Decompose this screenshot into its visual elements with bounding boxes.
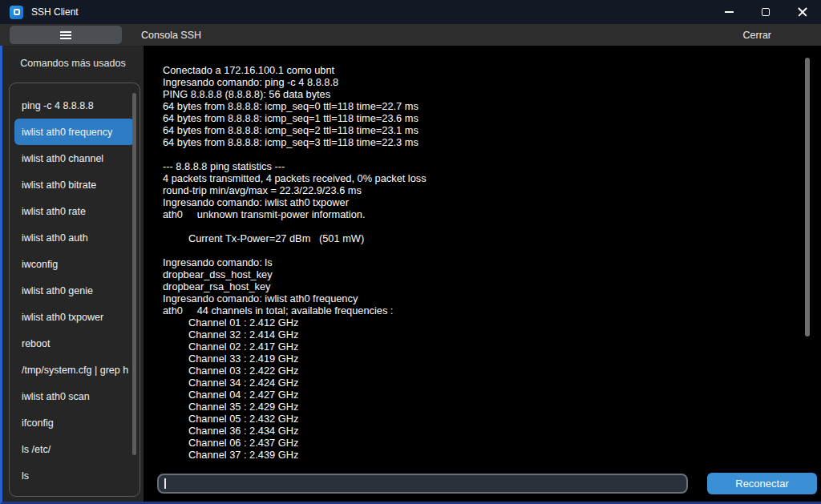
command-item[interactable]: iwlist ath0 txpower bbox=[14, 304, 135, 330]
maximize-button[interactable] bbox=[747, 0, 784, 24]
main-content: Comandos más usados ping -c 4 8.8.8.8iwl… bbox=[0, 46, 821, 504]
window-controls bbox=[710, 0, 821, 24]
command-item[interactable]: iwconfig bbox=[14, 251, 135, 277]
reconnect-button[interactable]: Reconectar bbox=[707, 473, 817, 494]
command-item[interactable]: iwlist ath0 genie bbox=[14, 277, 135, 304]
app-icon bbox=[10, 6, 23, 19]
command-item[interactable]: ping -c 4 8.8.8.8 bbox=[14, 92, 135, 119]
command-item[interactable]: ifconfig bbox=[14, 409, 135, 436]
console-panel: Conectado a 172.16.100.1 como ubnt Ingre… bbox=[150, 46, 821, 502]
command-item[interactable]: iwlist ath0 auth bbox=[14, 224, 135, 251]
command-input[interactable] bbox=[157, 474, 688, 494]
sidebar-header: Comandos más usados bbox=[2, 46, 144, 69]
command-item[interactable]: iwlist ath0 rate bbox=[14, 198, 135, 224]
text-caret bbox=[164, 478, 166, 489]
command-list: ping -c 4 8.8.8.8iwlist ath0 frequencyiw… bbox=[9, 83, 140, 497]
close-icon bbox=[798, 7, 807, 17]
command-item[interactable]: iwlist ath0 frequency bbox=[14, 119, 135, 145]
close-button[interactable] bbox=[784, 0, 821, 24]
minimize-icon bbox=[725, 11, 734, 13]
command-item[interactable]: ls bbox=[14, 462, 135, 489]
console-tab-title: Consola SSH bbox=[141, 30, 201, 41]
sidebar-scrollbar[interactable] bbox=[132, 93, 136, 455]
bottom-bar: Reconectar bbox=[150, 466, 821, 502]
console-output: Conectado a 172.16.100.1 como ubnt Ingre… bbox=[163, 64, 800, 463]
console-scrollbar[interactable] bbox=[805, 58, 810, 337]
command-item[interactable]: , bbox=[14, 489, 135, 497]
command-item[interactable]: iwlist ath0 scan bbox=[14, 383, 135, 409]
maximize-icon bbox=[762, 8, 770, 16]
command-item[interactable]: iwlist ath0 bitrate bbox=[14, 171, 135, 198]
window-title: SSH Client bbox=[31, 6, 79, 18]
toolbar: Consola SSH Cerrar bbox=[0, 24, 821, 46]
ssh-client-window: SSH Client Consola SSH Cerrar Comandos m… bbox=[0, 0, 821, 504]
command-item[interactable]: ls /etc/ bbox=[14, 436, 135, 462]
minimize-button[interactable] bbox=[710, 0, 747, 24]
command-item[interactable]: /tmp/system.cfg | grep h bbox=[14, 357, 135, 383]
hamburger-icon bbox=[60, 31, 71, 33]
cerrar-button[interactable]: Cerrar bbox=[743, 30, 771, 41]
command-item[interactable]: iwlist ath0 channel bbox=[14, 145, 135, 171]
sidebar: Comandos más usados ping -c 4 8.8.8.8iwl… bbox=[2, 46, 144, 502]
command-item[interactable]: reboot bbox=[14, 330, 135, 357]
menu-button[interactable] bbox=[10, 26, 122, 44]
titlebar: SSH Client bbox=[0, 0, 821, 24]
